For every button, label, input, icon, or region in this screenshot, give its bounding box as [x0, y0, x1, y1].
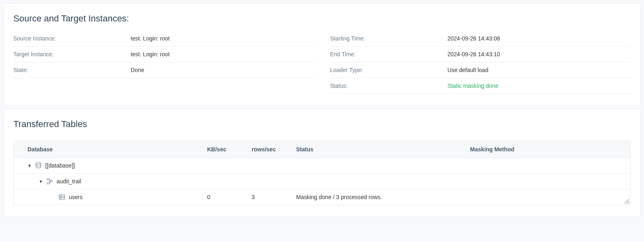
end-time-label: End Time:: [330, 51, 447, 57]
db-cell: ▼ [[database]]: [14, 158, 201, 174]
source-instance-value: test. Login: root: [131, 35, 170, 42]
target-instance-row: Target Instance: test. Login: root: [13, 47, 314, 62]
kbsec-value: 0: [201, 189, 246, 205]
source-instance-label: Source Instance:: [13, 35, 131, 42]
chevron-down-icon[interactable]: ▼: [39, 179, 43, 184]
tables-wrap: Database KB/sec rows/sec Status Masking …: [13, 141, 631, 205]
rowssec-value: 3: [246, 189, 290, 205]
state-row: State: Done: [13, 62, 314, 78]
svg-rect-4: [59, 195, 65, 200]
starting-time-value: 2024-09-26 14:43:08: [447, 35, 500, 42]
masking-value: [464, 189, 630, 205]
instances-grid: Source Instance: test. Login: root Targe…: [13, 35, 631, 94]
starting-time-label: Starting Time:: [330, 35, 447, 42]
schema-row[interactable]: ▼ audit_trail: [14, 174, 630, 189]
col-masking[interactable]: Masking Method: [464, 141, 630, 158]
loader-type-value: Use default load: [447, 67, 488, 73]
schema-icon: [46, 178, 53, 185]
chevron-down-icon[interactable]: ▼: [28, 163, 32, 168]
target-instance-label: Target Instance:: [13, 51, 131, 57]
svg-rect-1: [47, 178, 49, 180]
instances-left-col: Source Instance: test. Login: root Targe…: [13, 35, 314, 94]
table-header-row: Database KB/sec rows/sec Status Masking …: [14, 141, 630, 158]
col-rowssec[interactable]: rows/sec: [246, 141, 290, 158]
state-label: State:: [13, 67, 131, 73]
table-icon: [58, 193, 66, 201]
col-kbsec[interactable]: KB/sec: [201, 141, 246, 158]
status-value: Static masking done: [447, 83, 498, 89]
source-instance-row: Source Instance: test. Login: root: [13, 35, 314, 47]
end-time-value: 2024-09-26 14:43:10: [447, 51, 500, 57]
instances-title: Source and Target Instances:: [13, 13, 631, 24]
loader-type-row: Loader Type: Use default load: [330, 62, 631, 78]
end-time-row: End Time: 2024-09-26 14:43:10: [330, 47, 631, 62]
target-instance-value: test. Login: root: [131, 51, 170, 57]
status-label: Status:: [330, 83, 447, 89]
schema-name: audit_trail: [57, 178, 81, 185]
col-status[interactable]: Status: [290, 141, 464, 158]
table-row[interactable]: users 0 3 Masking done / 3 processed row…: [14, 189, 630, 205]
transferred-tables: Database KB/sec rows/sec Status Masking …: [14, 141, 630, 205]
instances-panel: Source and Target Instances: Source Inst…: [3, 3, 641, 106]
svg-rect-3: [51, 180, 53, 182]
state-value: Done: [131, 67, 144, 73]
starting-time-row: Starting Time: 2024-09-26 14:43:08: [330, 35, 631, 47]
svg-point-0: [36, 163, 41, 165]
database-icon: [35, 162, 42, 169]
table-name: users: [69, 194, 83, 200]
instances-right-col: Starting Time: 2024-09-26 14:43:08 End T…: [330, 35, 631, 94]
db-row[interactable]: ▼ [[database]]: [14, 158, 630, 174]
col-database[interactable]: Database: [14, 141, 201, 158]
schema-cell: ▼ audit_trail: [14, 174, 201, 189]
status-row: Status: Static masking done: [330, 78, 631, 94]
row-status-value: Masking done / 3 processed rows.: [290, 189, 464, 205]
loader-type-label: Loader Type:: [330, 67, 447, 73]
table-cell: users: [14, 189, 201, 205]
svg-rect-2: [47, 183, 49, 184]
transferred-tables-title: Transferred Tables: [13, 119, 631, 129]
db-name: [[database]]: [45, 162, 75, 169]
transferred-tables-panel: Transferred Tables Database KB/sec rows/…: [3, 109, 641, 217]
